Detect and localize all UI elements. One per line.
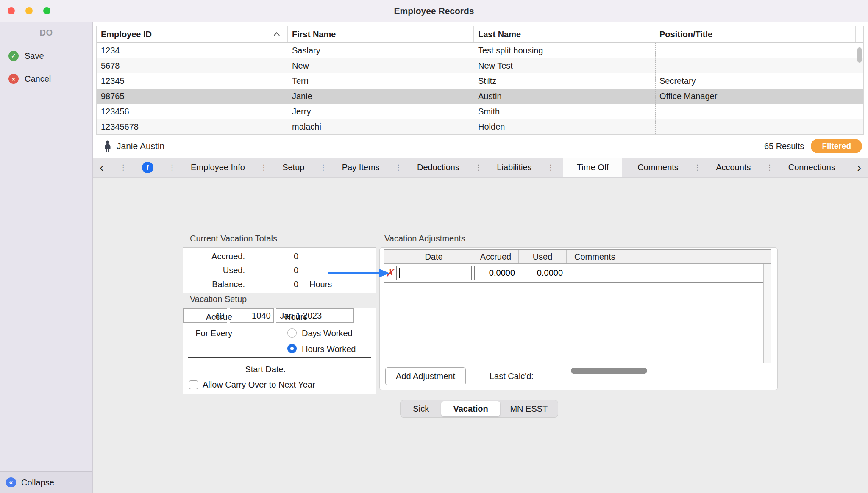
hours-worked-radio[interactable] bbox=[287, 344, 297, 353]
table-scrollbar-thumb[interactable] bbox=[857, 47, 862, 63]
title-bar: Employee Records bbox=[0, 0, 868, 22]
table-row[interactable]: 123456 Jerry Smith bbox=[97, 104, 863, 119]
save-button[interactable]: ✓ Save bbox=[0, 46, 92, 66]
collapse-label: Collapse bbox=[21, 478, 54, 487]
table-row-selected[interactable]: 98765 Janie Austin Office Manager bbox=[97, 89, 863, 104]
adjustments-grid: Date Accrued Used Comments ✗ bbox=[384, 249, 771, 363]
employee-table: Employee ID First Name Last Name Positio… bbox=[96, 26, 864, 135]
adjustment-date-input[interactable] bbox=[396, 266, 472, 280]
setup-divider bbox=[188, 357, 371, 358]
days-worked-radio[interactable] bbox=[287, 328, 297, 338]
carry-over-checkbox[interactable] bbox=[189, 380, 198, 389]
last-calcd-label: Last Calc'd: bbox=[490, 367, 534, 385]
cell-employee-id: 1234 bbox=[97, 43, 288, 58]
tab-separator: ⋮ bbox=[120, 158, 127, 177]
delete-column-header bbox=[384, 250, 395, 263]
action-sidebar: DO ✓ Save × Cancel « Collapse bbox=[0, 22, 93, 493]
tab-comments[interactable]: Comments bbox=[632, 158, 684, 177]
leave-type-segmented-control: Sick Vacation MN ESST bbox=[400, 400, 558, 418]
cancel-label: Cancel bbox=[25, 74, 51, 84]
filtered-badge[interactable]: Filtered bbox=[811, 139, 862, 153]
collapse-sidebar-button[interactable]: « Collapse bbox=[0, 471, 92, 493]
cell-employee-id: 5678 bbox=[97, 58, 288, 73]
tab-liabilities[interactable]: Liabilities bbox=[491, 158, 537, 177]
for-every-input[interactable] bbox=[230, 308, 274, 323]
cell-employee-id: 123456 bbox=[97, 104, 288, 119]
horizontal-scrollbar-thumb[interactable] bbox=[571, 368, 647, 374]
table-row[interactable]: 5678 New New Test bbox=[97, 58, 863, 73]
column-header-position-title[interactable]: Position/Title bbox=[655, 26, 856, 42]
adjustment-comments-cell[interactable] bbox=[567, 264, 763, 282]
tabs-scroll-right-button[interactable]: › bbox=[851, 158, 868, 177]
vacation-setup-title: Vacation Setup bbox=[190, 294, 247, 304]
balance-units: Hours bbox=[309, 280, 332, 289]
date-column-header: Date bbox=[395, 250, 473, 263]
tab-separator: ⋮ bbox=[395, 158, 402, 177]
adjustment-accrued-input[interactable] bbox=[474, 266, 517, 280]
vacation-adjustments-title: Vacation Adjustments bbox=[384, 234, 465, 244]
adjustment-used-input[interactable] bbox=[520, 266, 565, 280]
column-divider bbox=[655, 43, 656, 134]
column-divider bbox=[856, 43, 856, 134]
for-every-label: For Every bbox=[183, 326, 232, 341]
accrued-column-header: Accrued bbox=[473, 250, 519, 263]
used-value: 0 bbox=[245, 266, 298, 275]
column-header-employee-id[interactable]: Employee ID bbox=[97, 26, 288, 42]
cell-last-name: Holden bbox=[474, 119, 655, 134]
cell-last-name: Stiltz bbox=[474, 73, 655, 89]
balance-value: 0 bbox=[245, 280, 298, 289]
cell-first-name: Terri bbox=[288, 73, 474, 89]
tab-vacation[interactable]: Vacation bbox=[441, 401, 500, 416]
adjustment-row: ✗ bbox=[384, 264, 763, 283]
column-divider bbox=[474, 43, 474, 134]
cell-position-title: Office Manager bbox=[655, 89, 856, 104]
carry-over-label: Allow Carry Over to Next Year bbox=[203, 377, 315, 392]
cell-first-name: Saslary bbox=[288, 43, 474, 58]
section-tab-bar: ‹ ⋮ i ⋮ Employee Info ⋮ Setup ⋮ Pay Item… bbox=[93, 158, 868, 178]
table-row[interactable]: 12345678 malachi Holden bbox=[97, 119, 863, 134]
window-title: Employee Records bbox=[0, 0, 868, 22]
tab-info[interactable]: i bbox=[136, 158, 159, 177]
table-header-row: Employee ID First Name Last Name Positio… bbox=[97, 26, 863, 43]
tab-employee-info[interactable]: Employee Info bbox=[185, 158, 251, 177]
vacation-adjustments-box: Date Accrued Used Comments ✗ Add A bbox=[379, 247, 778, 390]
cell-position-title bbox=[655, 43, 856, 58]
current-vacation-totals-title: Current Vacation Totals bbox=[190, 234, 277, 244]
cell-first-name: malachi bbox=[288, 119, 474, 134]
comments-column-header: Comments bbox=[567, 250, 771, 263]
vertical-scrollbar-track[interactable] bbox=[763, 264, 771, 363]
cell-employee-id: 12345 bbox=[97, 73, 288, 89]
add-adjustment-button[interactable]: Add Adjustment bbox=[385, 367, 466, 385]
tabs-scroll-left-button[interactable]: ‹ bbox=[93, 158, 110, 177]
cell-first-name: New bbox=[288, 58, 474, 73]
adjustments-body: ✗ bbox=[384, 264, 771, 363]
table-body: 1234 Saslary Test split housing 5678 New… bbox=[97, 43, 863, 134]
info-icon: i bbox=[142, 162, 153, 173]
x-icon: × bbox=[8, 74, 19, 84]
column-header-first-name[interactable]: First Name bbox=[288, 26, 474, 42]
tab-setup[interactable]: Setup bbox=[276, 158, 310, 177]
tab-mn-esst[interactable]: MN ESST bbox=[500, 400, 558, 417]
cell-position-title bbox=[655, 104, 856, 119]
adjustments-header-row: Date Accrued Used Comments bbox=[384, 250, 771, 264]
tab-separator: ⋮ bbox=[693, 158, 701, 177]
cell-position-title: Secretary bbox=[655, 73, 856, 89]
tab-pay-items[interactable]: Pay Items bbox=[336, 158, 386, 177]
tab-time-off[interactable]: Time Off bbox=[563, 158, 623, 177]
column-header-last-name[interactable]: Last Name bbox=[474, 26, 655, 42]
table-row[interactable]: 1234 Saslary Test split housing bbox=[97, 43, 863, 58]
tab-accounts[interactable]: Accounts bbox=[710, 158, 757, 177]
tab-deductions[interactable]: Deductions bbox=[411, 158, 465, 177]
record-bar: Janie Austin 65 Results Filtered bbox=[93, 135, 868, 158]
hours-worked-label: Hours Worked bbox=[302, 342, 356, 356]
cancel-button[interactable]: × Cancel bbox=[0, 69, 92, 89]
tab-separator: ⋮ bbox=[766, 158, 773, 177]
tab-sick[interactable]: Sick bbox=[401, 400, 441, 417]
table-row[interactable]: 12345 Terri Stiltz Secretary bbox=[97, 73, 863, 89]
person-icon bbox=[103, 140, 112, 152]
save-label: Save bbox=[25, 51, 44, 61]
tab-connections[interactable]: Connections bbox=[782, 158, 841, 177]
tab-separator: ⋮ bbox=[547, 158, 554, 177]
sort-ascending-icon bbox=[274, 32, 280, 38]
used-column-header: Used bbox=[519, 250, 567, 263]
